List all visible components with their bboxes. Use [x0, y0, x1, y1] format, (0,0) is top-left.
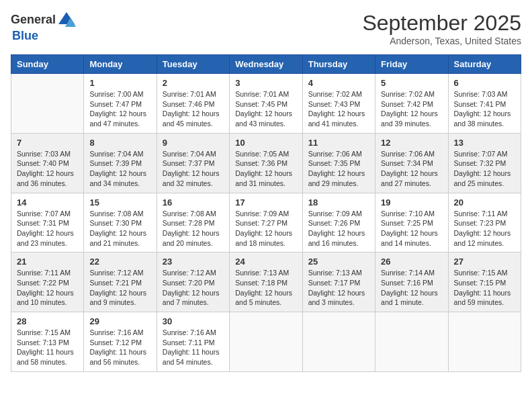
day-number: 4	[308, 78, 369, 88]
calendar-cell: 4Sunrise: 7:02 AMSunset: 7:43 PMDaylight…	[302, 74, 375, 134]
month-title: September 2025	[362, 11, 521, 36]
calendar-cell: 8Sunrise: 7:04 AMSunset: 7:39 PMDaylight…	[84, 133, 157, 193]
calendar-cell: 22Sunrise: 7:12 AMSunset: 7:21 PMDayligh…	[84, 253, 157, 312]
day-info: Sunrise: 7:10 AMSunset: 7:25 PMDaylight:…	[381, 209, 442, 248]
calendar-cell: 28Sunrise: 7:15 AMSunset: 7:13 PMDayligh…	[11, 312, 84, 372]
day-info: Sunrise: 7:11 AMSunset: 7:22 PMDaylight:…	[17, 268, 78, 308]
calendar-cell: 16Sunrise: 7:08 AMSunset: 7:28 PMDayligh…	[157, 193, 229, 253]
weekday-header-wednesday: Wednesday	[230, 55, 302, 74]
day-info: Sunrise: 7:02 AMSunset: 7:42 PMDaylight:…	[381, 89, 442, 129]
day-number: 15	[89, 197, 150, 208]
calendar-cell	[375, 312, 448, 372]
day-number: 28	[17, 316, 78, 326]
day-info: Sunrise: 7:13 AMSunset: 7:17 PMDaylight:…	[308, 268, 369, 308]
day-info: Sunrise: 7:13 AMSunset: 7:18 PMDaylight:…	[235, 268, 296, 308]
calendar-cell: 29Sunrise: 7:16 AMSunset: 7:12 PMDayligh…	[84, 312, 157, 372]
calendar-cell: 5Sunrise: 7:02 AMSunset: 7:42 PMDaylight…	[375, 74, 448, 134]
day-number: 7	[17, 138, 78, 148]
day-info: Sunrise: 7:14 AMSunset: 7:16 PMDaylight:…	[381, 268, 442, 308]
day-number: 16	[163, 197, 224, 208]
weekday-header-monday: Monday	[84, 55, 157, 74]
logo-icon	[57, 11, 76, 30]
calendar-cell	[448, 312, 521, 372]
day-number: 3	[235, 78, 296, 88]
calendar-cell	[11, 74, 84, 134]
calendar-cell	[302, 312, 375, 372]
calendar-week-row: 28Sunrise: 7:15 AMSunset: 7:13 PMDayligh…	[11, 312, 521, 372]
day-info: Sunrise: 7:05 AMSunset: 7:36 PMDaylight:…	[235, 149, 296, 189]
calendar-week-row: 1Sunrise: 7:00 AMSunset: 7:47 PMDaylight…	[11, 74, 521, 134]
day-info: Sunrise: 7:09 AMSunset: 7:26 PMDaylight:…	[308, 209, 369, 248]
day-number: 11	[308, 138, 369, 148]
day-info: Sunrise: 7:06 AMSunset: 7:35 PMDaylight:…	[308, 149, 369, 189]
calendar-cell: 27Sunrise: 7:15 AMSunset: 7:15 PMDayligh…	[448, 253, 521, 312]
day-number: 20	[454, 197, 515, 208]
day-info: Sunrise: 7:15 AMSunset: 7:13 PMDaylight:…	[17, 328, 78, 367]
weekday-header-thursday: Thursday	[302, 55, 375, 74]
calendar-cell: 14Sunrise: 7:07 AMSunset: 7:31 PMDayligh…	[11, 193, 84, 253]
calendar-cell: 12Sunrise: 7:06 AMSunset: 7:34 PMDayligh…	[375, 133, 448, 193]
calendar-cell: 30Sunrise: 7:16 AMSunset: 7:11 PMDayligh…	[157, 312, 229, 372]
day-number: 24	[235, 257, 296, 267]
calendar-cell: 10Sunrise: 7:05 AMSunset: 7:36 PMDayligh…	[230, 133, 302, 193]
calendar-cell: 17Sunrise: 7:09 AMSunset: 7:27 PMDayligh…	[230, 193, 302, 253]
logo-general-text: General	[11, 13, 56, 27]
day-number: 13	[454, 138, 515, 148]
calendar-week-row: 7Sunrise: 7:03 AMSunset: 7:40 PMDaylight…	[11, 133, 521, 193]
calendar-cell: 1Sunrise: 7:00 AMSunset: 7:47 PMDaylight…	[84, 74, 157, 134]
day-info: Sunrise: 7:06 AMSunset: 7:34 PMDaylight:…	[381, 149, 442, 189]
calendar-cell: 20Sunrise: 7:11 AMSunset: 7:23 PMDayligh…	[448, 193, 521, 253]
calendar-cell: 13Sunrise: 7:07 AMSunset: 7:32 PMDayligh…	[448, 133, 521, 193]
weekday-header-row: SundayMondayTuesdayWednesdayThursdayFrid…	[11, 55, 521, 74]
page-header: General Blue September 2025 Anderson, Te…	[11, 11, 521, 46]
calendar-cell: 15Sunrise: 7:08 AMSunset: 7:30 PMDayligh…	[84, 193, 157, 253]
day-info: Sunrise: 7:01 AMSunset: 7:45 PMDaylight:…	[235, 89, 296, 129]
day-info: Sunrise: 7:03 AMSunset: 7:40 PMDaylight:…	[17, 149, 78, 189]
calendar-week-row: 14Sunrise: 7:07 AMSunset: 7:31 PMDayligh…	[11, 193, 521, 253]
day-info: Sunrise: 7:03 AMSunset: 7:41 PMDaylight:…	[454, 89, 515, 129]
day-info: Sunrise: 7:11 AMSunset: 7:23 PMDaylight:…	[454, 209, 515, 248]
calendar-cell: 11Sunrise: 7:06 AMSunset: 7:35 PMDayligh…	[302, 133, 375, 193]
day-number: 9	[163, 138, 224, 148]
day-info: Sunrise: 7:01 AMSunset: 7:46 PMDaylight:…	[163, 89, 224, 129]
day-number: 10	[235, 138, 296, 148]
day-number: 12	[381, 138, 442, 148]
day-info: Sunrise: 7:16 AMSunset: 7:12 PMDaylight:…	[89, 328, 150, 367]
title-block: September 2025 Anderson, Texas, United S…	[362, 11, 521, 46]
calendar-cell: 18Sunrise: 7:09 AMSunset: 7:26 PMDayligh…	[302, 193, 375, 253]
day-info: Sunrise: 7:04 AMSunset: 7:39 PMDaylight:…	[89, 149, 150, 189]
day-number: 26	[381, 257, 442, 267]
logo: General Blue	[11, 11, 76, 43]
day-info: Sunrise: 7:08 AMSunset: 7:28 PMDaylight:…	[163, 209, 224, 248]
day-info: Sunrise: 7:12 AMSunset: 7:20 PMDaylight:…	[163, 268, 224, 308]
day-info: Sunrise: 7:16 AMSunset: 7:11 PMDaylight:…	[163, 328, 224, 367]
day-number: 21	[17, 257, 78, 267]
calendar-cell: 25Sunrise: 7:13 AMSunset: 7:17 PMDayligh…	[302, 253, 375, 312]
calendar-cell: 2Sunrise: 7:01 AMSunset: 7:46 PMDaylight…	[157, 74, 229, 134]
calendar-cell: 21Sunrise: 7:11 AMSunset: 7:22 PMDayligh…	[11, 253, 84, 312]
calendar-week-row: 21Sunrise: 7:11 AMSunset: 7:22 PMDayligh…	[11, 253, 521, 312]
logo-blue-text: Blue	[12, 29, 38, 42]
day-number: 29	[89, 316, 150, 326]
day-number: 8	[89, 138, 150, 148]
day-number: 2	[163, 78, 224, 88]
calendar-cell	[230, 312, 302, 372]
calendar-cell: 9Sunrise: 7:04 AMSunset: 7:37 PMDaylight…	[157, 133, 229, 193]
calendar-cell: 3Sunrise: 7:01 AMSunset: 7:45 PMDaylight…	[230, 74, 302, 134]
day-number: 25	[308, 257, 369, 267]
day-number: 27	[454, 257, 515, 267]
day-info: Sunrise: 7:02 AMSunset: 7:43 PMDaylight:…	[308, 89, 369, 129]
calendar-cell: 6Sunrise: 7:03 AMSunset: 7:41 PMDaylight…	[448, 74, 521, 134]
day-info: Sunrise: 7:08 AMSunset: 7:30 PMDaylight:…	[89, 209, 150, 248]
day-number: 18	[308, 197, 369, 208]
day-number: 30	[163, 316, 224, 326]
calendar-table: SundayMondayTuesdayWednesdayThursdayFrid…	[11, 54, 521, 372]
calendar-cell: 7Sunrise: 7:03 AMSunset: 7:40 PMDaylight…	[11, 133, 84, 193]
calendar-cell: 24Sunrise: 7:13 AMSunset: 7:18 PMDayligh…	[230, 253, 302, 312]
day-number: 17	[235, 197, 296, 208]
calendar-cell: 23Sunrise: 7:12 AMSunset: 7:20 PMDayligh…	[157, 253, 229, 312]
day-number: 22	[89, 257, 150, 267]
day-info: Sunrise: 7:12 AMSunset: 7:21 PMDaylight:…	[89, 268, 150, 308]
day-number: 19	[381, 197, 442, 208]
day-number: 23	[163, 257, 224, 267]
